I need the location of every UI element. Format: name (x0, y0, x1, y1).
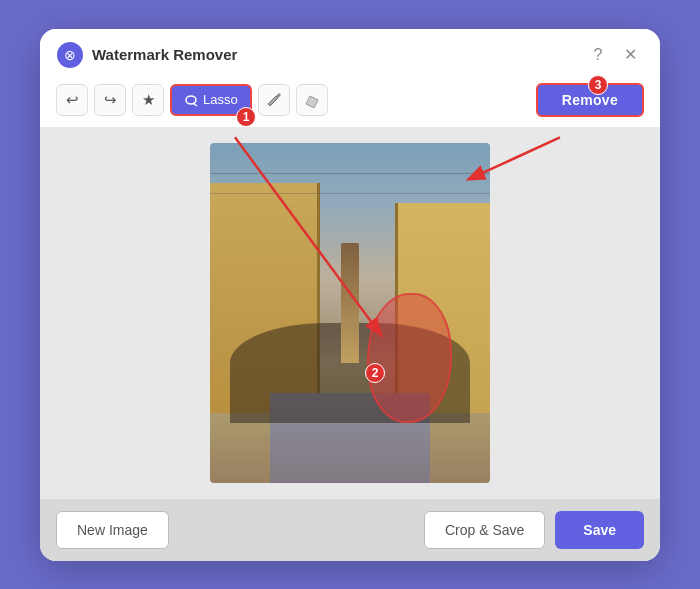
undo-button[interactable]: ↩ (56, 84, 88, 116)
annotation-badge-1: 1 (236, 107, 256, 127)
new-image-button[interactable]: New Image (56, 511, 169, 549)
close-button[interactable]: ✕ (616, 41, 644, 69)
annotation-badge-3: 3 (588, 75, 608, 95)
app-window: ⊗ Watermark Remover ? ✕ ↩ ↪ ★ Lasso (40, 29, 660, 561)
crop-save-button[interactable]: Crop & Save (424, 511, 545, 549)
app-icon: ⊗ (56, 41, 84, 69)
svg-line-3 (194, 104, 197, 106)
app-title: Watermark Remover (92, 46, 580, 63)
svg-marker-4 (306, 96, 318, 108)
svg-text:⊗: ⊗ (64, 47, 76, 63)
save-button[interactable]: Save (555, 511, 644, 549)
lasso-selection (367, 293, 452, 423)
lasso-icon (184, 93, 198, 107)
bottom-bar: New Image Crop & Save Save (40, 499, 660, 561)
svg-point-2 (186, 96, 196, 104)
brush-button[interactable] (258, 84, 290, 116)
brush-icon (266, 92, 282, 108)
redo-button[interactable]: ↪ (94, 84, 126, 116)
eraser-button[interactable] (296, 84, 328, 116)
title-bar: ⊗ Watermark Remover ? ✕ (40, 29, 660, 77)
canvas-area: 2 (40, 127, 660, 499)
image-container: 2 (210, 143, 490, 483)
star-tool-button[interactable]: ★ (132, 84, 164, 116)
annotation-badge-2: 2 (365, 363, 385, 383)
toolbar: ↩ ↪ ★ Lasso Remo (40, 77, 660, 127)
eraser-icon (304, 92, 320, 108)
help-button[interactable]: ? (584, 41, 612, 69)
